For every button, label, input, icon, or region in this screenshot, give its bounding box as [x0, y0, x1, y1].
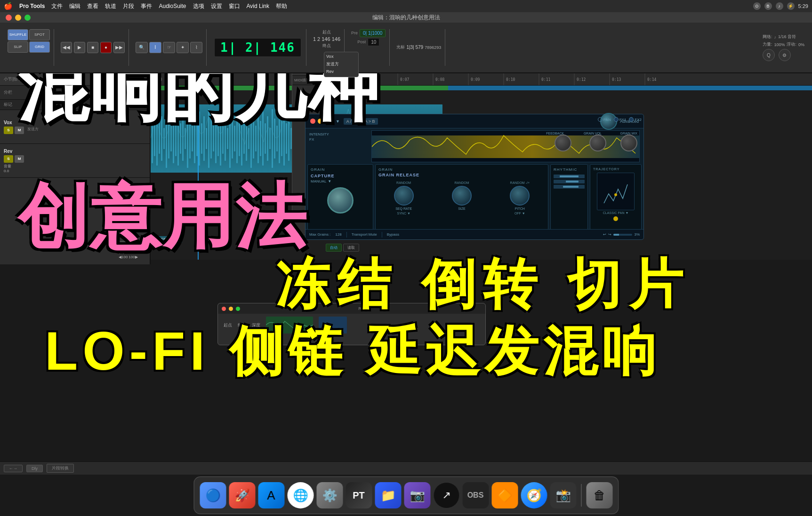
dock-appstore[interactable]: A	[258, 482, 284, 508]
capture-knob[interactable]	[327, 187, 354, 214]
minimize-button[interactable]	[15, 15, 21, 21]
svg-rect-34	[156, 111, 158, 166]
spot-btn[interactable]: SPOT	[29, 29, 50, 40]
svg-text:0:14: 0:14	[647, 78, 656, 82]
smart-tool[interactable]: ✦	[177, 42, 189, 53]
menubar-right-icons: ⊙ B ♪ ⚡ 5:29	[753, 2, 808, 10]
menubar-edit[interactable]: 编辑	[69, 2, 80, 10]
manual-control: MANUAL ▼	[311, 179, 370, 183]
zoom-tool[interactable]: 🔍	[136, 42, 148, 53]
segment-btn[interactable]: 片段转换	[47, 464, 74, 473]
svg-text:0:11: 0:11	[541, 78, 550, 82]
edit-tools-section: 🔍 I ☞ ✦ ⌇	[132, 29, 207, 66]
vox-mute-btn[interactable]: M	[15, 127, 24, 134]
menubar-event[interactable]: 事件	[141, 2, 152, 10]
stop-btn[interactable]: ■	[87, 42, 98, 53]
bypass-btn[interactable]: Bypass	[387, 232, 399, 237]
grid-btn[interactable]: GRID	[29, 41, 50, 53]
menubar-window[interactable]: 窗口	[229, 2, 240, 10]
scrub-tool[interactable]: ⌇	[190, 42, 202, 53]
p2-max[interactable]	[236, 307, 240, 311]
dock-obs[interactable]: OBS	[462, 482, 489, 508]
auto-btn[interactable]: 自动	[326, 244, 342, 252]
vox-popup-rev[interactable]: Rev	[326, 68, 356, 75]
menubar-help[interactable]: 帮助	[276, 2, 287, 10]
grabber-tool[interactable]: ☞	[163, 42, 175, 53]
plugin-up-arrow[interactable]: ▲	[328, 119, 332, 124]
svg-rect-83	[272, 109, 273, 168]
menubar-options[interactable]: 选项	[193, 2, 204, 10]
size-knob[interactable]	[452, 186, 472, 206]
bottom-btn1[interactable]: ←→	[4, 465, 23, 472]
meter-percent: 3%	[634, 232, 640, 237]
manual-dropdown[interactable]: ▼	[328, 179, 331, 183]
release-knobs-row: RANDOM SEQ RATE SYNC ▼ RANDOM SIZE RANDO…	[378, 181, 545, 215]
read-btn[interactable]: 读取	[343, 244, 359, 252]
undo-btn[interactable]: ↩	[603, 232, 606, 237]
plugin-close[interactable]	[310, 119, 315, 124]
plugin-min[interactable]	[318, 119, 323, 124]
dock-camo[interactable]: 📷	[404, 482, 430, 508]
menubar-audiosuite[interactable]: AudioSuite	[159, 3, 186, 9]
pitch-col: RANDOM -/+ PITCH OFF ▼	[510, 181, 530, 215]
dock-vlc[interactable]: 🔶	[491, 482, 518, 508]
play-btn[interactable]: ▶	[74, 42, 85, 53]
svg-text:0:06: 0:06	[365, 78, 374, 82]
dock-finder2[interactable]: 📁	[375, 482, 401, 508]
fx1-toggle[interactable]	[614, 117, 619, 122]
dock-capture[interactable]: 📸	[550, 482, 576, 508]
shuffle-btn[interactable]: SHUFFLE	[8, 29, 28, 40]
p2-close[interactable]	[222, 307, 226, 311]
classic-pan-btn[interactable]: CLASSIC PAN ▼	[593, 211, 638, 214]
plugin-ab-btn[interactable]: A > B	[362, 118, 378, 125]
fx2-toggle[interactable]	[629, 117, 634, 122]
position-counter: 1| 2| 146	[214, 38, 301, 57]
vox-solo-btn[interactable]: S	[4, 127, 13, 134]
menubar-track[interactable]: 轨道	[105, 2, 116, 10]
menubar-protools[interactable]: Pro Tools	[19, 3, 45, 9]
grain-vol-knob[interactable]	[589, 135, 606, 151]
fx-label: FX	[309, 137, 367, 142]
dock-launchpad[interactable]: 🚀	[229, 482, 255, 508]
close-button[interactable]	[6, 15, 12, 21]
menubar-setup[interactable]: 设置	[211, 2, 222, 10]
vox-popup-send[interactable]: 发送方	[326, 60, 356, 68]
rev-mute-btn[interactable]: M	[15, 155, 24, 163]
transport-mute-btn[interactable]: Transport Mute	[352, 232, 377, 237]
maximize-button[interactable]	[24, 15, 31, 21]
slip-btn[interactable]: SLIP	[8, 41, 28, 53]
dock-trash[interactable]: 🗑	[586, 482, 612, 508]
redo-btn[interactable]: ↪	[608, 232, 611, 237]
dock-chrome[interactable]: 🌐	[287, 482, 314, 508]
menubar-file[interactable]: 文件	[51, 2, 63, 10]
svg-text:0:13: 0:13	[612, 78, 621, 82]
plugin-traffic-lights	[310, 119, 323, 124]
dock-safari[interactable]: 🧭	[521, 482, 547, 508]
seq-rate-sync[interactable]: SYNC ▼	[397, 212, 410, 215]
grain-mix-knob[interactable]	[620, 135, 637, 151]
seq-rate-knob[interactable]	[394, 186, 414, 206]
rev-solo-btn[interactable]: S	[4, 155, 13, 163]
dly-sync-btn[interactable]: Dly	[26, 465, 43, 472]
metronome-btn[interactable]: Q	[763, 49, 775, 61]
feedback-knob[interactable]	[555, 135, 571, 151]
pitch-off-btn[interactable]: OFF ▼	[515, 212, 525, 215]
pitch-knob[interactable]	[510, 186, 530, 206]
dock-finder[interactable]: 🔵	[200, 482, 226, 508]
menubar-view[interactable]: 查看	[87, 2, 98, 10]
plugin-down-arrow[interactable]: ▼	[336, 119, 340, 124]
ffwd-btn[interactable]: ▶▶	[113, 42, 125, 53]
countoff-btn[interactable]: ⚙	[779, 49, 791, 61]
pan-toggle[interactable]	[598, 117, 603, 122]
p2-min[interactable]	[229, 307, 233, 311]
apple-logo[interactable]: 🍎	[4, 2, 13, 10]
dock-cursor[interactable]: ↗	[433, 482, 459, 508]
dock-protools[interactable]: PT	[346, 482, 372, 508]
record-btn[interactable]: ●	[100, 42, 112, 53]
selector-tool[interactable]: I	[149, 42, 161, 53]
menubar-avidlink[interactable]: Avid Link	[247, 3, 269, 9]
rewind-btn[interactable]: ◀◀	[61, 42, 72, 53]
dock-systemprefs[interactable]: ⚙️	[316, 482, 343, 508]
p2-start-point: 起点	[224, 322, 232, 328]
menubar-region[interactable]: 片段	[123, 2, 134, 10]
